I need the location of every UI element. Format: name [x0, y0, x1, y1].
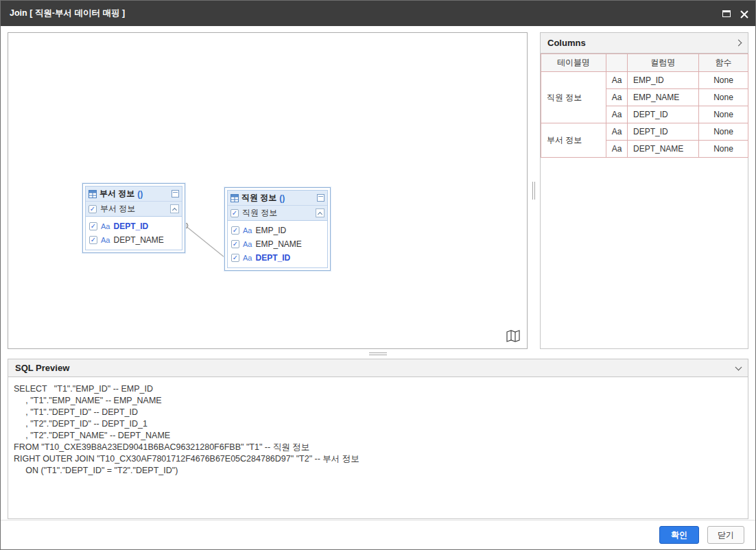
- sql-line: SELECT "T1"."EMP_ID" -- EMP_ID: [14, 383, 742, 395]
- close-icon[interactable]: [740, 10, 748, 18]
- table-row[interactable]: 직원 정보 Aa EMP_ID None: [541, 72, 748, 89]
- columns-table: 테이블명 컬럼명 함수 직원 정보 Aa EMP_ID None Aa EMP_…: [541, 53, 748, 158]
- join-dialog: Join [ 직원-부서 데이터 매핑 ] 부서 정보: [0, 0, 756, 550]
- node-subheader: 직원 정보: [228, 205, 327, 220]
- node-column-row[interactable]: Aa EMP_NAME: [228, 237, 327, 251]
- node-subheader: 부서 정보: [86, 201, 182, 216]
- chevron-right-icon[interactable]: [735, 40, 742, 47]
- column-name: DEPT_NAME: [113, 235, 163, 245]
- chevron-down-icon[interactable]: [735, 363, 742, 370]
- column-checkbox[interactable]: [231, 226, 239, 235]
- table-checkbox[interactable]: [88, 205, 97, 213]
- columns-panel-title: Columns: [547, 38, 736, 48]
- horizontal-splitter[interactable]: [8, 350, 748, 357]
- columns-panel-header[interactable]: Columns: [541, 33, 748, 53]
- chevron-up-icon: [172, 207, 177, 212]
- column-checkbox[interactable]: [231, 254, 239, 262]
- map-icon: [506, 330, 520, 342]
- node-header: 부서 정보 (): [86, 187, 182, 201]
- type-cell: Aa: [606, 106, 628, 123]
- node-subtitle: 부서 정보: [100, 203, 167, 215]
- table-node-dept[interactable]: 부서 정보 () 부서 정보 Aa DEPT_ID: [82, 183, 185, 253]
- join-canvas[interactable]: 부서 정보 () 부서 정보 Aa DEPT_ID: [8, 32, 528, 349]
- function-cell[interactable]: None: [699, 89, 748, 106]
- restore-window-icon[interactable]: [722, 10, 731, 17]
- column-type-label: Aa: [243, 240, 252, 248]
- table-name-cell: 직원 정보: [541, 72, 606, 123]
- column-type-label: Aa: [101, 222, 110, 230]
- node-column-row[interactable]: Aa EMP_ID: [228, 224, 327, 237]
- node-header: 직원 정보 (): [228, 191, 327, 205]
- title-bar: Join [ 직원-부서 데이터 매핑 ]: [1, 1, 755, 26]
- node-column-list: Aa DEPT_ID Aa DEPT_NAME: [86, 216, 182, 250]
- close-button[interactable]: 닫기: [707, 526, 744, 544]
- column-name-cell: DEPT_ID: [628, 123, 699, 141]
- function-cell[interactable]: None: [699, 106, 748, 123]
- expand-table-icon[interactable]: [317, 194, 324, 202]
- header-column-name: 컬럼명: [628, 54, 699, 72]
- column-name: EMP_NAME: [255, 239, 301, 249]
- sql-preview-content: SELECT "T1"."EMP_ID" -- EMP_ID , "T1"."E…: [8, 377, 748, 519]
- node-column-row[interactable]: Aa DEPT_ID: [228, 251, 327, 265]
- column-name-cell: DEPT_NAME: [628, 141, 699, 158]
- node-subtitle: 직원 정보: [242, 207, 312, 219]
- node-title: 부서 정보: [99, 188, 134, 200]
- table-row[interactable]: 부서 정보 Aa DEPT_ID None: [541, 123, 748, 141]
- sql-preview-header[interactable]: SQL Preview: [8, 359, 748, 377]
- collapse-node-button[interactable]: [316, 208, 324, 217]
- column-type-label: Aa: [243, 254, 252, 262]
- type-cell: Aa: [606, 123, 628, 141]
- node-title-suffix: (): [279, 193, 285, 203]
- sql-line: , "T1"."DEPT_ID" -- DEPT_ID: [14, 407, 742, 418]
- sql-line: , "T1"."EMP_NAME" -- EMP_NAME: [14, 395, 742, 407]
- type-cell: Aa: [606, 89, 628, 106]
- column-type-label: Aa: [101, 236, 110, 244]
- column-checkbox[interactable]: [89, 222, 97, 230]
- sql-preview-panel: SQL Preview SELECT "T1"."EMP_ID" -- EMP_…: [8, 359, 748, 519]
- sql-line: RIGHT OUTER JOIN "T10_CX30AF7801712F4676…: [14, 453, 742, 465]
- sql-line: FROM "T10_CXE39B8A23ED9041B6BAC96321280F…: [14, 442, 742, 453]
- ok-button[interactable]: 확인: [659, 526, 699, 544]
- header-type: [606, 54, 628, 72]
- sql-line: , "T2"."DEPT_ID" -- DEPT_ID_1: [14, 418, 742, 430]
- column-name-cell: DEPT_ID: [628, 106, 699, 123]
- column-name-cell: EMP_ID: [628, 72, 699, 89]
- dialog-title: Join [ 직원-부서 데이터 매핑 ]: [1, 8, 125, 19]
- column-name-cell: EMP_NAME: [628, 89, 699, 106]
- splitter-grip: [369, 352, 387, 355]
- function-cell[interactable]: None: [699, 123, 748, 141]
- table-name-cell: 부서 정보: [541, 123, 606, 158]
- columns-table-header-row: 테이블명 컬럼명 함수: [541, 54, 748, 72]
- column-type-label: Aa: [243, 226, 252, 235]
- column-checkbox[interactable]: [231, 240, 239, 248]
- table-icon: [88, 190, 97, 198]
- type-cell: Aa: [606, 72, 628, 89]
- column-checkbox[interactable]: [89, 236, 97, 244]
- node-column-row[interactable]: Aa DEPT_ID: [86, 219, 182, 233]
- dialog-footer: 확인 닫기: [1, 520, 755, 550]
- columns-panel: Columns 테이블명 컬럼명 함수 직원 정보 Aa EMP_ID None: [540, 32, 748, 349]
- expand-table-icon[interactable]: [172, 190, 179, 198]
- collapse-node-button[interactable]: [170, 204, 179, 213]
- node-title-suffix: (): [137, 189, 143, 199]
- overview-map-button[interactable]: [505, 328, 521, 344]
- node-column-list: Aa EMP_ID Aa EMP_NAME Aa DEPT_ID: [228, 220, 327, 267]
- sql-preview-title: SQL Preview: [15, 363, 736, 373]
- sql-line: ON ("T1"."DEPT_ID" = "T2"."DEPT_ID"): [14, 465, 742, 477]
- column-name: DEPT_ID: [113, 222, 148, 231]
- function-cell[interactable]: None: [699, 72, 748, 89]
- table-icon: [231, 194, 239, 202]
- header-table-name: 테이블명: [541, 54, 606, 72]
- type-cell: Aa: [606, 141, 628, 158]
- sql-line: , "T2"."DEPT_NAME" -- DEPT_NAME: [14, 430, 742, 442]
- function-cell[interactable]: None: [699, 141, 748, 158]
- node-column-row[interactable]: Aa DEPT_NAME: [86, 233, 182, 247]
- column-name: DEPT_ID: [255, 253, 290, 263]
- node-title: 직원 정보: [241, 192, 276, 204]
- splitter-grip: [532, 182, 535, 200]
- column-name: EMP_ID: [255, 226, 286, 235]
- table-node-emp[interactable]: 직원 정보 () 직원 정보 Aa EMP_ID: [224, 187, 331, 271]
- table-checkbox[interactable]: [231, 209, 239, 217]
- chevron-up-icon: [318, 211, 322, 216]
- vertical-splitter[interactable]: [530, 32, 538, 349]
